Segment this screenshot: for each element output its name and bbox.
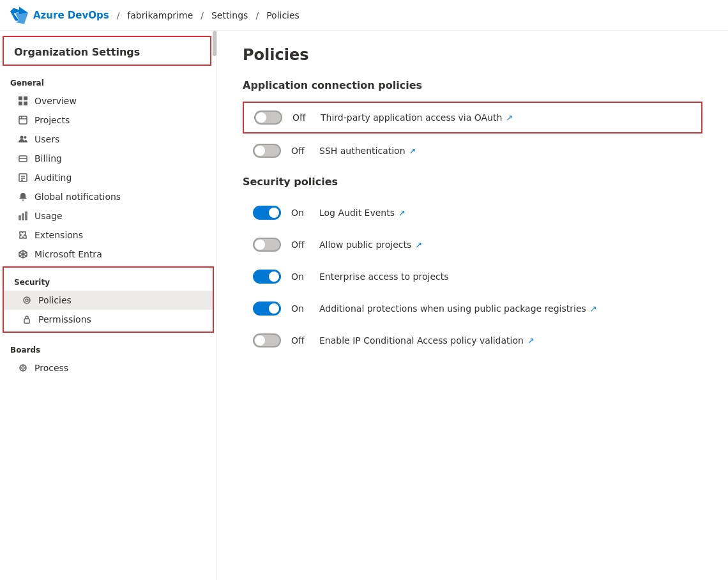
- sidebar-item-label: Policies: [38, 295, 72, 305]
- usage-icon: [18, 211, 28, 221]
- sidebar-item-auditing[interactable]: Auditing: [0, 168, 216, 187]
- additional-protections-toggle-track: [253, 301, 281, 316]
- enterprise-access-toggle-thumb: [269, 271, 279, 282]
- sidebar-item-users[interactable]: Users: [0, 130, 216, 149]
- ip-conditional-toggle-track: [253, 333, 281, 347]
- sidebar-item-label: Process: [34, 363, 68, 373]
- svg-rect-24: [24, 319, 29, 323]
- app-layout: Organization Settings General Overview P…: [0, 31, 728, 580]
- ssh-label: SSH authentication ↗: [319, 146, 416, 156]
- sidebar-item-microsoft-entra[interactable]: Microsoft Entra: [0, 245, 216, 264]
- sidebar-item-overview[interactable]: Overview: [0, 91, 216, 111]
- app-connection-section: Application connection policies Off Thir…: [243, 79, 702, 165]
- oauth-toggle[interactable]: [254, 111, 282, 125]
- sidebar-item-label: Billing: [34, 153, 62, 164]
- policy-row-oauth: Off Third-party application access via O…: [243, 102, 702, 134]
- azure-devops-logo-icon: [10, 6, 28, 24]
- boards-section-label: Boards: [0, 335, 216, 358]
- security-section-label: Security: [4, 268, 213, 291]
- ssh-toggle[interactable]: [253, 144, 281, 158]
- public-projects-toggle-thumb: [255, 240, 265, 250]
- breadcrumb-policies: Policies: [266, 10, 300, 20]
- logo-area[interactable]: Azure DevOps: [10, 6, 109, 24]
- sidebar-item-policies[interactable]: Policies: [4, 291, 213, 310]
- enterprise-access-status: On: [291, 271, 309, 282]
- svg-rect-4: [19, 116, 27, 124]
- sidebar-item-label: Permissions: [38, 314, 91, 324]
- process-icon: [18, 363, 28, 373]
- sidebar-item-label: Users: [34, 134, 59, 144]
- permissions-icon: [22, 314, 32, 324]
- sidebar: Organization Settings General Overview P…: [0, 31, 217, 580]
- general-section-label: General: [0, 68, 216, 91]
- policy-row-public-projects: Off Allow public projects ↗: [243, 230, 702, 259]
- oauth-label: Third-party application access via OAuth…: [321, 112, 513, 123]
- sidebar-item-process[interactable]: Process: [0, 358, 216, 378]
- public-projects-link-icon[interactable]: ↗: [415, 240, 422, 250]
- sidebar-item-label: Usage: [34, 211, 63, 221]
- ip-conditional-link-icon[interactable]: ↗: [527, 336, 535, 346]
- additional-protections-toggle-thumb: [269, 303, 279, 314]
- ip-conditional-toggle-thumb: [255, 335, 265, 346]
- sidebar-item-label: Global notifications: [34, 192, 121, 202]
- svg-rect-15: [19, 216, 20, 220]
- scrollbar[interactable]: [213, 31, 216, 56]
- enterprise-access-toggle-track: [253, 270, 281, 284]
- svg-rect-2: [19, 102, 22, 105]
- ip-conditional-toggle[interactable]: [253, 333, 281, 347]
- additional-protections-toggle[interactable]: [253, 301, 281, 316]
- ip-conditional-status: Off: [291, 335, 309, 346]
- breadcrumb-settings[interactable]: Settings: [211, 10, 248, 20]
- public-projects-toggle-track: [253, 238, 281, 252]
- sidebar-item-label: Microsoft Entra: [34, 249, 102, 259]
- log-audit-toggle[interactable]: [253, 206, 281, 220]
- public-projects-toggle[interactable]: [253, 238, 281, 252]
- oauth-toggle-track: [254, 111, 282, 125]
- sidebar-item-label: Overview: [34, 96, 77, 106]
- sidebar-item-usage[interactable]: Usage: [0, 206, 216, 225]
- ssh-toggle-thumb: [255, 146, 265, 156]
- additional-protections-link-icon[interactable]: ↗: [590, 304, 597, 314]
- svg-point-26: [22, 367, 24, 369]
- sidebar-item-permissions[interactable]: Permissions: [4, 310, 213, 329]
- enterprise-access-toggle[interactable]: [253, 270, 281, 284]
- public-projects-label: Allow public projects ↗: [319, 240, 422, 250]
- breadcrumb-org[interactable]: fabrikamprime: [127, 10, 193, 20]
- breadcrumb-sep-2: /: [201, 10, 204, 20]
- breadcrumb-sep-3: /: [255, 10, 259, 20]
- log-audit-link-icon[interactable]: ↗: [398, 208, 406, 218]
- additional-protections-status: On: [291, 303, 309, 314]
- ssh-status: Off: [291, 146, 309, 156]
- log-audit-label: Log Audit Events ↗: [319, 208, 406, 218]
- log-audit-status: On: [291, 208, 309, 218]
- svg-rect-0: [19, 96, 22, 100]
- notifications-icon: [18, 192, 28, 202]
- page-title: Policies: [243, 46, 702, 64]
- breadcrumb-sep-1: /: [117, 10, 120, 20]
- sidebar-item-billing[interactable]: Billing: [0, 149, 216, 168]
- topbar: Azure DevOps / fabrikamprime / Settings …: [0, 0, 728, 31]
- sidebar-item-label: Extensions: [34, 230, 83, 240]
- policy-row-log-audit: On Log Audit Events ↗: [243, 198, 702, 227]
- users-icon: [18, 134, 28, 144]
- log-audit-toggle-track: [253, 206, 281, 220]
- sidebar-item-label: Projects: [34, 115, 70, 125]
- sidebar-item-label: Auditing: [34, 172, 72, 183]
- entra-icon: [18, 249, 28, 259]
- security-policies-section: Security policies On Log Audit Events ↗: [243, 176, 702, 355]
- security-section: Security Policies Permissions: [3, 266, 214, 333]
- sidebar-item-projects[interactable]: Projects: [0, 111, 216, 130]
- policy-row-enterprise-access: On Enterprise access to projects: [243, 262, 702, 291]
- oauth-link-icon[interactable]: ↗: [506, 113, 513, 123]
- brand-name: Azure DevOps: [33, 10, 109, 21]
- billing-icon: [18, 153, 28, 164]
- oauth-status: Off: [292, 112, 310, 123]
- svg-point-23: [26, 299, 28, 301]
- ssh-link-icon[interactable]: ↗: [409, 146, 416, 156]
- auditing-icon: [18, 172, 28, 183]
- app-connection-heading: Application connection policies: [243, 79, 702, 91]
- sidebar-item-extensions[interactable]: Extensions: [0, 225, 216, 245]
- policy-row-ip-conditional: Off Enable IP Conditional Access policy …: [243, 326, 702, 355]
- security-policies-heading: Security policies: [243, 176, 702, 188]
- sidebar-item-global-notifications[interactable]: Global notifications: [0, 187, 216, 206]
